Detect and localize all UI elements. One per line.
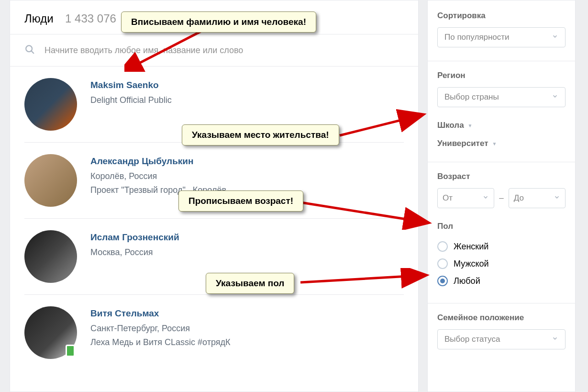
filter-region: Регион Выбор страны (437, 71, 566, 107)
results-count: 1 433 076 (65, 12, 116, 25)
filter-label-text: Университет (437, 139, 488, 148)
callout-age: Прописываем возраст! (178, 190, 303, 212)
search-icon (24, 44, 35, 56)
result-info: Ислам Грозненский Москва, Россия (90, 230, 179, 259)
callout-residence: Указываем место жительства! (182, 124, 339, 146)
region-dropdown[interactable]: Выбор страны (437, 87, 566, 107)
chevron-down-icon (554, 194, 560, 202)
age-row: От – До (437, 188, 566, 208)
chevron-down-icon (552, 335, 558, 344)
dropdown-value: Выбор статуса (444, 335, 500, 344)
callout-name: Вписываем фамилию и имя человека! (121, 11, 316, 33)
result-name-link[interactable]: Maksim Saenko (90, 80, 172, 90)
gender-radio-group: Женский Мужской Любой (437, 238, 566, 290)
radio-icon-selected (437, 276, 448, 286)
avatar[interactable] (24, 78, 77, 131)
result-meta: Леха Медь и Витя CLassic #отрядК (90, 336, 230, 349)
search-row (10, 34, 418, 67)
avatar[interactable] (24, 306, 77, 359)
gender-female-radio[interactable]: Женский (437, 238, 566, 255)
gender-male-radio[interactable]: Мужской (437, 255, 566, 272)
result-meta: Delight Official Public (90, 93, 172, 107)
filter-age: Возраст От – До (437, 172, 566, 208)
dropdown-value: Выбор страны (444, 92, 499, 102)
divider (428, 61, 575, 61)
radio-label: Женский (454, 242, 488, 252)
caret-down-icon: ▼ (468, 123, 473, 128)
result-info: Maksim Saenko Delight Official Public (90, 78, 172, 107)
filter-label: Возраст (437, 172, 566, 181)
dropdown-value: По популярности (444, 33, 510, 42)
search-input[interactable] (44, 45, 404, 56)
chevron-down-icon (482, 194, 489, 202)
filter-sort: Сортировка По популярности (437, 11, 566, 47)
result-meta: Санкт-Петербург, Россия (90, 322, 230, 336)
gender-any-radio[interactable]: Любой (437, 272, 566, 290)
svg-line-1 (32, 51, 34, 54)
sort-dropdown[interactable]: По популярности (437, 27, 566, 47)
radio-label: Любой (454, 276, 480, 286)
result-name-link[interactable]: Александр Цыбулькин (90, 156, 226, 167)
age-dash: – (499, 193, 503, 203)
radio-label: Мужской (454, 259, 489, 269)
radio-icon (437, 258, 448, 269)
filter-label: Пол (437, 222, 566, 231)
filter-label: Семейное положение (437, 313, 566, 323)
result-info: Витя Стельмах Санкт-Петербург, Россия Ле… (90, 306, 230, 349)
caret-down-icon: ▼ (492, 141, 497, 146)
age-from-dropdown[interactable]: От (437, 188, 494, 208)
filter-label: Регион (437, 71, 566, 80)
dropdown-value: До (514, 193, 524, 203)
dropdown-value: От (443, 193, 453, 203)
filter-university-expand[interactable]: Университет ▼ (437, 139, 566, 148)
avatar[interactable] (24, 230, 77, 283)
callout-gender: Указываем пол (206, 273, 294, 294)
result-list: Maksim Saenko Delight Official Public Ал… (10, 67, 418, 370)
filter-school-expand[interactable]: Школа ▼ (437, 121, 566, 130)
age-to-dropdown[interactable]: До (509, 188, 566, 208)
result-meta: Москва, Россия (90, 246, 179, 259)
result-meta: Королёв, Россия (90, 169, 226, 183)
page-title: Люди (24, 12, 54, 25)
filter-gender: Пол Женский Мужской Любой (437, 222, 566, 290)
filter-label-text: Школа (437, 121, 464, 130)
radio-icon (437, 241, 448, 252)
result-name-link[interactable]: Витя Стельмах (90, 308, 230, 319)
result-item: Витя Стельмах Санкт-Петербург, Россия Ле… (24, 295, 404, 370)
divider (428, 303, 575, 303)
result-name-link[interactable]: Ислам Грозненский (90, 232, 179, 243)
chevron-down-icon (552, 93, 558, 101)
filters-sidebar: Сортировка По популярности Регион Выбор … (427, 0, 576, 392)
online-mobile-icon (66, 345, 75, 357)
divider (428, 162, 575, 162)
filter-label: Сортировка (437, 11, 566, 21)
filter-marital: Семейное положение Выбор статуса (437, 313, 566, 349)
avatar[interactable] (24, 154, 77, 207)
marital-dropdown[interactable]: Выбор статуса (437, 329, 566, 349)
chevron-down-icon (552, 33, 558, 42)
